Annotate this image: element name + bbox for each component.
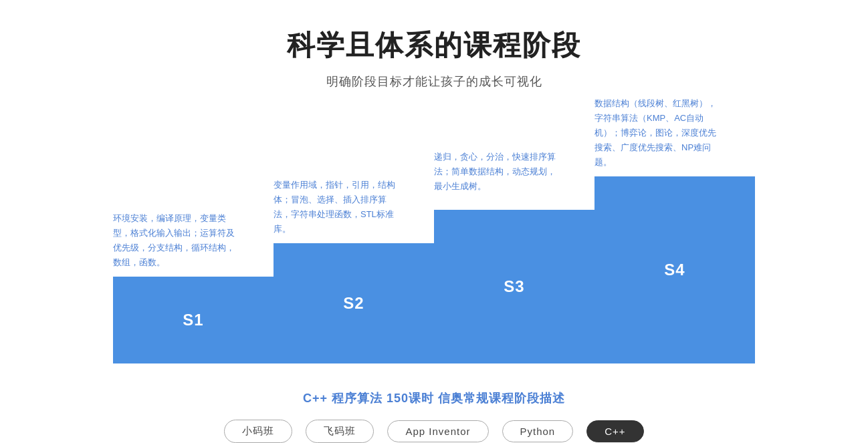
step-col-s1: 环境安装，编译原理，变量类型，格式化输入输出；运算符及优先级，分支结构，循环结构… xyxy=(113,171,274,363)
step-col-s2: 变量作用域，指针，引用，结构体；冒泡、选择、插入排序算法，字符串处理函数，STL… xyxy=(274,171,434,363)
tab-btn-python[interactable]: Python xyxy=(502,420,574,442)
step-desc-text-s1: 环境安装，编译原理，变量类型，格式化输入输出；运算符及优先级，分支结构，循环结构… xyxy=(113,211,240,270)
course-label: C++ 程序算法 150课时 信奥常规课程阶段描述 xyxy=(303,390,565,406)
step-label-s3: S3 xyxy=(504,277,524,296)
bottom-section: C++ 程序算法 150课时 信奥常规课程阶段描述 小码班飞码班App Inve… xyxy=(53,390,815,443)
step-desc-s3: 递归，贪心，分治，快速排序算法；简单数据结构，动态规划，最小生成树。 xyxy=(434,150,561,203)
page-subtitle: 明确阶段目标才能让孩子的成长可视化 xyxy=(326,73,542,90)
step-desc-text-s4: 数据结构（线段树、红黑树），字符串算法（KMP、AC自动机）；博弈论，图论，深度… xyxy=(594,96,722,170)
step-desc-s4: 数据结构（线段树、红黑树），字符串算法（KMP、AC自动机）；博弈论，图论，深度… xyxy=(594,96,722,170)
step-bar-s3: S3 xyxy=(434,210,594,363)
step-label-s2: S2 xyxy=(343,294,364,313)
step-desc-text-s2: 变量作用域，指针，引用，结构体；冒泡、选择、插入排序算法，字符串处理函数，STL… xyxy=(274,178,401,237)
staircase-chart: 环境安装，编译原理，变量类型，格式化输入输出；运算符及优先级，分支结构，循环结构… xyxy=(53,116,815,363)
step-bar-s4: S4 xyxy=(594,176,755,363)
step-desc-s1: 环境安装，编译原理，变量类型，格式化输入输出；运算符及优先级，分支结构，循环结构… xyxy=(113,171,240,270)
step-desc-text-s3: 递归，贪心，分治，快速排序算法；简单数据结构，动态规划，最小生成树。 xyxy=(434,150,561,194)
step-col-s3: 递归，贪心，分治，快速排序算法；简单数据结构，动态规划，最小生成树。 S3 xyxy=(434,150,594,363)
tab-btn-xiaomaaban[interactable]: 小码班 xyxy=(224,420,292,443)
tabs-row: 小码班飞码班App InventorPythonC++ xyxy=(224,420,643,443)
tab-btn-feimaaban[interactable]: 飞码班 xyxy=(306,420,374,443)
step-bar-s2: S2 xyxy=(274,243,434,363)
step-bar-s1: S1 xyxy=(113,277,274,363)
step-label-s1: S1 xyxy=(183,311,203,329)
tab-btn-cpp[interactable]: C++ xyxy=(586,420,643,442)
step-desc-s2: 变量作用域，指针，引用，结构体；冒泡、选择、插入排序算法，字符串处理函数，STL… xyxy=(274,171,401,237)
page-container: 科学且体系的课程阶段 明确阶段目标才能让孩子的成长可视化 环境安装，编译原理，变… xyxy=(0,0,868,443)
page-title: 科学且体系的课程阶段 xyxy=(287,27,581,64)
tab-btn-appinventor[interactable]: App Inventor xyxy=(387,420,488,442)
step-label-s4: S4 xyxy=(664,261,685,279)
step-wrapper: 环境安装，编译原理，变量类型，格式化输入输出；运算符及优先级，分支结构，循环结构… xyxy=(113,96,755,363)
step-col-s4: 数据结构（线段树、红黑树），字符串算法（KMP、AC自动机）；博弈论，图论，深度… xyxy=(594,96,755,363)
